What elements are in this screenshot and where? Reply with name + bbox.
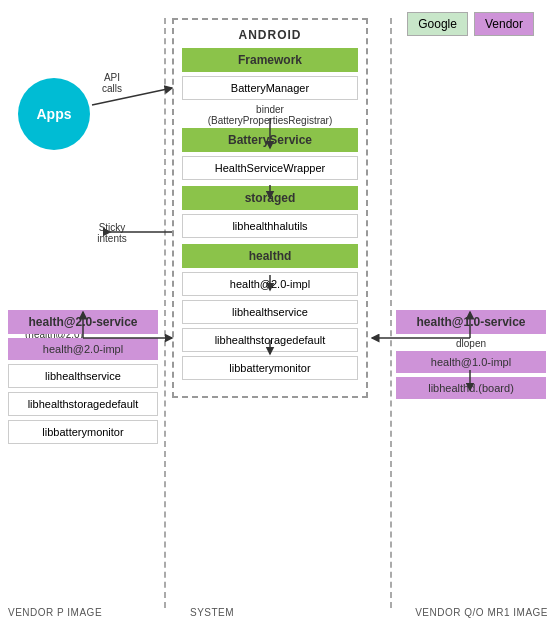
android-column: ANDROID Framework BatteryManager binder … <box>172 18 368 398</box>
vendor-qo-col-label: VENDOR Q/O MR1 IMAGE <box>415 607 548 618</box>
google-label: Google <box>407 12 468 36</box>
libhealthservice-block-center: libhealthservice <box>182 300 358 324</box>
apps-circle: Apps <box>18 78 90 150</box>
sticky-intents-label: Sticky intents <box>82 222 142 244</box>
vendor-label: Vendor <box>474 12 534 36</box>
libhealthhalutils-block: libhealthhalutils <box>182 214 358 238</box>
battery-manager-block: BatteryManager <box>182 76 358 100</box>
framework-block: Framework <box>182 48 358 72</box>
vendor-p-libhealthstoragedefault: libhealthstoragedefault <box>8 392 158 416</box>
vendor-p-col-label: VENDOR P IMAGE <box>8 607 102 618</box>
health-service-wrapper-block: HealthServiceWrapper <box>182 156 358 180</box>
vendor-p-impl: health@2.0-impl <box>8 338 158 360</box>
libbatterymonitor-block-center: libbatterymonitor <box>182 356 358 380</box>
vendor-p-libhealthservice: libhealthservice <box>8 364 158 388</box>
dlopen-label: dlopen <box>396 338 546 349</box>
left-separator <box>164 18 166 608</box>
api-calls-label: API calls <box>82 72 142 94</box>
battery-service-block: BatteryService <box>182 128 358 152</box>
vendor-qo-libhealthd-board: libhealthd.(board) <box>396 377 546 399</box>
vendor-p-libbatterymonitor: libbatterymonitor <box>8 420 158 444</box>
android-title: ANDROID <box>182 28 358 42</box>
vendor-p-header: health@2.0-service <box>8 310 158 334</box>
vendor-qo-impl: health@1.0-impl <box>396 351 546 373</box>
top-labels: Google Vendor <box>407 12 534 36</box>
health-impl-block: health@2.0-impl <box>182 272 358 296</box>
right-separator <box>390 18 392 608</box>
vendor-p-column: health@2.0-service health@2.0-impl libhe… <box>8 310 158 448</box>
vendor-qo-header: health@1.0-service <box>396 310 546 334</box>
system-col-label: SYSTEM <box>190 607 234 618</box>
libhealthstoragedefault-block-center: libhealthstoragedefault <box>182 328 358 352</box>
vendor-qo-column: health@1.0-service dlopen health@1.0-imp… <box>396 310 546 403</box>
diagram-container: Google Vendor Apps API calls Sticky inte… <box>0 0 554 626</box>
binder-label: binder (BatteryPropertiesRegistrar) <box>182 104 358 126</box>
storaged-block: storaged <box>182 186 358 210</box>
healthd-block: healthd <box>182 244 358 268</box>
